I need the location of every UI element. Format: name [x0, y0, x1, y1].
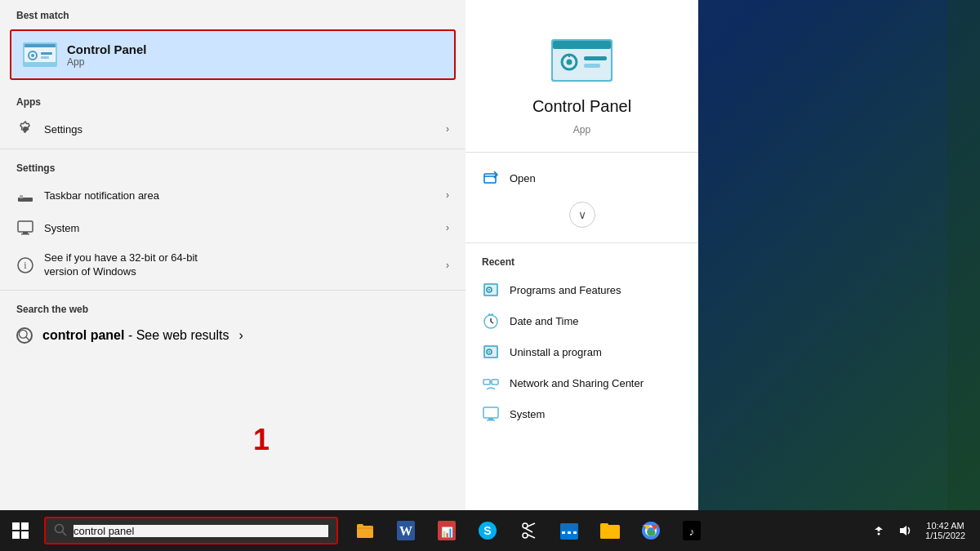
bit-version-item[interactable]: i See if you have a 32-bit or 64-bitvers…: [0, 244, 466, 287]
apps-header: Apps: [0, 87, 466, 113]
svg-rect-39: [492, 380, 498, 384]
taskbar-right: 10:42 AM 1/15/2022: [866, 518, 980, 543]
svg-line-31: [491, 322, 493, 323]
system-recent-label: System: [510, 408, 545, 420]
search-results-panel: Best match Control: [0, 0, 466, 510]
svg-point-44: [56, 524, 64, 532]
svg-text:♪: ♪: [689, 526, 695, 538]
programs-features-label: Programs and Features: [510, 284, 621, 296]
svg-rect-9: [18, 221, 33, 232]
start-button[interactable]: [0, 510, 41, 551]
app-detail-icon: [551, 33, 612, 89]
taskbar-tiktok[interactable]: ♪: [673, 510, 710, 551]
chevron-right-icon-3: ›: [446, 222, 449, 233]
date-time-icon: [482, 312, 500, 330]
svg-point-55: [523, 533, 528, 538]
monitor-icon: [16, 219, 34, 237]
svg-rect-5: [41, 52, 52, 55]
search-icon: [54, 523, 67, 539]
recent-header: Recent: [466, 251, 698, 274]
open-label: Open: [510, 172, 536, 184]
svg-point-37: [488, 351, 490, 353]
app-detail-actions: Open ∨: [466, 153, 698, 243]
taskbar-icon: [16, 186, 34, 204]
recent-item-date-time[interactable]: Date and Time: [466, 305, 698, 336]
svg-text:i: i: [24, 260, 27, 271]
expand-button[interactable]: ∨: [466, 195, 698, 234]
taskbar-chrome[interactable]: [632, 510, 670, 551]
svg-rect-24: [484, 174, 496, 183]
svg-line-57: [528, 535, 535, 538]
settings-gear-icon: [16, 120, 34, 138]
taskbar-clock[interactable]: 10:42 AM 1/15/2022: [919, 521, 972, 540]
svg-point-54: [523, 523, 528, 528]
svg-text:S: S: [483, 524, 491, 537]
tray-volume-icon[interactable]: [893, 518, 917, 543]
svg-rect-61: [562, 531, 565, 534]
programs-features-icon: [482, 281, 500, 299]
taskbar-time: 10:42 AM: [926, 521, 964, 531]
recent-item-network[interactable]: Network and Sharing Center: [466, 367, 698, 398]
control-panel-icon: [23, 39, 57, 70]
taskbar-search-box[interactable]: [44, 517, 338, 544]
bit-version-label: See if you have a 32-bit or 64-bitversio…: [44, 251, 436, 279]
svg-rect-11: [21, 233, 29, 235]
network-icon: [482, 374, 500, 392]
taskbar-notification-label: Taskbar notification area: [44, 189, 436, 202]
taskbar-skype[interactable]: S: [469, 510, 506, 551]
svg-rect-18: [553, 41, 611, 49]
tray-network-icon[interactable]: [866, 518, 891, 543]
network-label: Network and Sharing Center: [510, 377, 644, 389]
divider-1: [0, 149, 466, 149]
apps-settings-item[interactable]: Settings ›: [0, 113, 466, 145]
web-search-item[interactable]: control panel - See web results ›: [0, 320, 466, 351]
taskbar-date: 1/15/2022: [925, 531, 965, 540]
recent-item-programs-features[interactable]: Programs and Features: [466, 274, 698, 305]
app-detail-panel: Control Panel App Open ∨: [466, 0, 698, 510]
svg-rect-33: [492, 313, 494, 316]
svg-rect-32: [488, 313, 491, 316]
taskbar-file-explorer[interactable]: [346, 510, 384, 551]
taskbar-excel[interactable]: 📊: [428, 510, 466, 551]
search-input[interactable]: [74, 525, 328, 537]
svg-line-56: [528, 523, 535, 527]
svg-point-71: [878, 533, 880, 535]
best-match-text: Control Panel App: [67, 42, 147, 68]
svg-rect-62: [568, 531, 571, 534]
best-match-title: Control Panel: [67, 42, 147, 56]
taskbar: W 📊 S: [0, 510, 980, 551]
settings-header: Settings: [0, 153, 466, 179]
recent-item-system[interactable]: System: [466, 398, 698, 429]
svg-rect-65: [600, 523, 608, 527]
taskbar-notification-item[interactable]: Taskbar notification area ›: [0, 179, 466, 211]
info-icon: i: [16, 256, 34, 274]
svg-rect-64: [600, 525, 620, 539]
system-settings-label: System: [44, 222, 436, 234]
svg-rect-63: [573, 531, 577, 534]
open-action[interactable]: Open: [466, 161, 698, 195]
app-detail-title: Control Panel: [532, 97, 631, 116]
open-icon: [482, 169, 500, 187]
svg-text:W: W: [399, 524, 412, 538]
best-match-item-control-panel[interactable]: Control Panel App: [10, 29, 456, 80]
taskbar-word[interactable]: W: [387, 510, 425, 551]
svg-rect-2: [24, 44, 56, 47]
taskbar-apps: W 📊 S: [346, 510, 710, 551]
chevron-right-icon-5: ›: [239, 328, 243, 343]
chevron-right-icon-4: ›: [446, 260, 449, 271]
svg-rect-23: [584, 64, 600, 68]
recent-item-uninstall[interactable]: Uninstall a program: [466, 336, 698, 367]
taskbar-snip[interactable]: [510, 510, 547, 551]
desktop: 2 Best match: [0, 0, 980, 551]
app-detail-subtitle: App: [573, 124, 590, 136]
taskbar-folder[interactable]: [591, 510, 629, 551]
divider-2: [0, 290, 466, 291]
web-search-icon: [16, 327, 33, 344]
best-match-header: Best match: [0, 0, 466, 26]
svg-rect-46: [357, 526, 373, 538]
web-search-label: control panel - See web results: [42, 328, 229, 343]
start-menu: Best match Control: [0, 0, 698, 510]
taskbar-calendar[interactable]: [550, 510, 588, 551]
system-settings-item[interactable]: System ›: [0, 211, 466, 244]
web-search-header: Search the web: [0, 294, 466, 320]
